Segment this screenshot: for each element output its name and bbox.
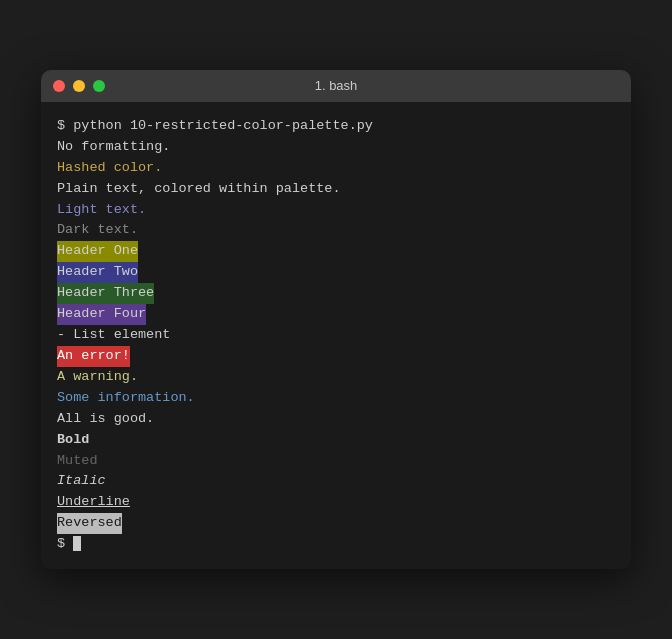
terminal-window: 1. bash $ python 10-restricted-color-pal… xyxy=(41,70,631,569)
line-underline: Underline xyxy=(57,492,615,513)
line-warning: A warning. xyxy=(57,367,615,388)
line-hashed: Hashed color. xyxy=(57,158,615,179)
line-prompt: $ xyxy=(57,534,615,555)
line-list: - List element xyxy=(57,325,615,346)
line-good: All is good. xyxy=(57,409,615,430)
line-header-two: Header Two xyxy=(57,262,615,283)
line-error: An error! xyxy=(57,346,615,367)
terminal-body[interactable]: $ python 10-restricted-color-palette.py … xyxy=(41,102,631,569)
line-muted: Muted xyxy=(57,451,615,472)
minimize-button[interactable] xyxy=(73,80,85,92)
line-plain: Plain text, colored within palette. xyxy=(57,179,615,200)
line-no-format: No formatting. xyxy=(57,137,615,158)
line-light: Light text. xyxy=(57,200,615,221)
window-title: 1. bash xyxy=(315,78,358,93)
traffic-lights xyxy=(53,80,105,92)
maximize-button[interactable] xyxy=(93,80,105,92)
titlebar: 1. bash xyxy=(41,70,631,102)
line-header-four: Header Four xyxy=(57,304,615,325)
line-info: Some information. xyxy=(57,388,615,409)
line-header-three: Header Three xyxy=(57,283,615,304)
line-italic: Italic xyxy=(57,471,615,492)
close-button[interactable] xyxy=(53,80,65,92)
cursor xyxy=(73,536,81,551)
line-dark: Dark text. xyxy=(57,220,615,241)
line-command: $ python 10-restricted-color-palette.py xyxy=(57,116,615,137)
line-reversed: Reversed xyxy=(57,513,615,534)
line-header-one: Header One xyxy=(57,241,615,262)
line-bold: Bold xyxy=(57,430,615,451)
